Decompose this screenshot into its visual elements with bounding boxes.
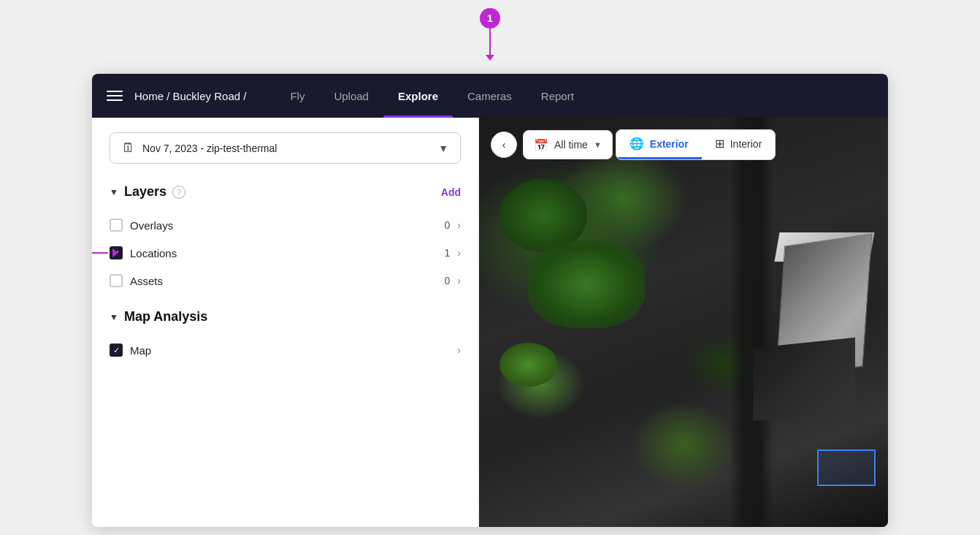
nav-links: Fly Upload Explore Cameras Report [275, 74, 588, 118]
map-analysis-collapse-arrow[interactable]: ▼ [110, 312, 118, 322]
map-analysis-header: ▼ Map Analysis [110, 309, 461, 325]
date-selector-text: Nov 7, 2023 - zip-test-thermal [142, 143, 431, 154]
calendar-filter-icon: 📅 [534, 138, 548, 152]
right-panel: ‹ 📅 All time ▼ 🌐 Exterior ⊞ Interi [479, 118, 888, 527]
road [730, 118, 773, 527]
annotation-2: 2 [92, 243, 118, 263]
nav-upload[interactable]: Upload [319, 74, 383, 118]
assets-label: Assets [130, 275, 437, 287]
nav-fly[interactable]: Fly [275, 74, 319, 118]
dropdown-arrow-icon: ▼ [438, 143, 448, 154]
map-view-tabs: 🌐 Exterior ⊞ Interior [616, 129, 776, 160]
calendar-icon: 🗓 [122, 140, 135, 156]
annotation-2-arrow [112, 248, 118, 257]
layers-section: ▼ Layers ? Add Overlays 0 › [110, 184, 461, 295]
date-selector[interactable]: 🗓 Nov 7, 2023 - zip-test-thermal ▼ [110, 132, 461, 164]
annotation-1-line [489, 29, 491, 55]
assets-chevron-icon[interactable]: › [457, 275, 461, 287]
main-container: Home / Buckley Road / Fly Upload Explore… [92, 74, 888, 527]
breadcrumb: Home / Buckley Road / [134, 90, 246, 102]
layers-help-icon[interactable]: ? [172, 186, 185, 199]
map-checkbox[interactable] [110, 344, 123, 357]
annotation-2-line [92, 252, 108, 254]
overlays-checkbox[interactable] [110, 219, 123, 232]
shrub-1 [499, 343, 558, 387]
layer-item-overlays[interactable]: Overlays 0 › [110, 211, 461, 239]
map-toolbar: ‹ 📅 All time ▼ 🌐 Exterior ⊞ Interi [479, 129, 888, 160]
annotation-1-circle: 1 [480, 8, 500, 29]
exterior-tab-label: Exterior [650, 138, 689, 150]
locations-label: Locations [130, 247, 437, 259]
map-analysis-section: ▼ Map Analysis Map › [110, 309, 461, 364]
time-filter-button[interactable]: 📅 All time ▼ [523, 130, 613, 159]
layers-collapse-arrow[interactable]: ▼ [110, 187, 118, 197]
main-content: 🗓 Nov 7, 2023 - zip-test-thermal ▼ ▼ Lay… [92, 118, 888, 527]
annotation-1: 1 [480, 8, 500, 61]
tree-group-2 [528, 240, 645, 328]
aerial-map[interactable] [479, 118, 888, 527]
layers-title: Layers [124, 184, 166, 200]
floorplan-icon: ⊞ [715, 137, 724, 151]
map-back-button[interactable]: ‹ [491, 132, 517, 158]
globe-icon: 🌐 [629, 137, 644, 151]
top-nav: Home / Buckley Road / Fly Upload Explore… [92, 74, 888, 118]
nav-cameras[interactable]: Cameras [453, 74, 527, 118]
locations-chevron-icon[interactable]: › [457, 247, 461, 259]
layer-item-locations[interactable]: Locations 1 › [110, 239, 461, 267]
locations-count: 1 [445, 247, 451, 259]
layers-title-row: ▼ Layers ? [110, 184, 185, 200]
layers-header: ▼ Layers ? Add [110, 184, 461, 200]
interior-tab-label: Interior [730, 138, 762, 150]
annotation-1-arrow [486, 55, 494, 61]
assets-checkbox[interactable] [110, 274, 123, 287]
map-label: Map [130, 344, 450, 357]
overlays-count: 0 [445, 219, 451, 231]
layer-item-map[interactable]: Map › [110, 336, 461, 364]
layers-add-button[interactable]: Add [441, 186, 461, 198]
nav-explore[interactable]: Explore [383, 74, 453, 118]
map-analysis-title: Map Analysis [124, 309, 207, 325]
blue-selection-rect [817, 449, 876, 486]
nav-report[interactable]: Report [527, 74, 589, 118]
locations-wrapper: 2 Locations 1 › [110, 239, 461, 267]
map-analysis-title-row: ▼ Map Analysis [110, 309, 207, 325]
tab-exterior[interactable]: 🌐 Exterior [616, 130, 702, 159]
time-filter-dropdown-icon: ▼ [594, 140, 602, 149]
hamburger-menu[interactable] [107, 91, 123, 101]
building-2 [753, 338, 855, 422]
time-filter-label: All time [554, 139, 588, 151]
map-chevron-icon[interactable]: › [457, 344, 461, 356]
overlays-chevron-icon[interactable]: › [457, 219, 461, 231]
assets-count: 0 [445, 275, 451, 287]
layer-item-assets[interactable]: Assets 0 › [110, 267, 461, 295]
left-panel: 🗓 Nov 7, 2023 - zip-test-thermal ▼ ▼ Lay… [92, 118, 479, 527]
overlays-label: Overlays [130, 219, 437, 232]
tab-interior[interactable]: ⊞ Interior [702, 130, 776, 159]
